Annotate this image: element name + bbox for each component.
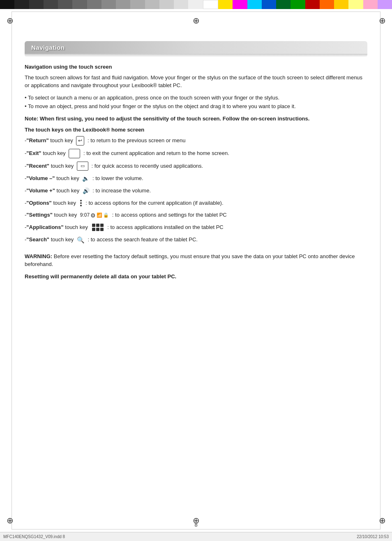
footer-bar: MFC140ENQSG1432_V09.indd 8 22/10/2012 10…	[0, 532, 392, 541]
border-left	[12, 12, 12, 529]
list-item: - "Options" touch key : to access option…	[25, 199, 367, 208]
list-item: - "Applications" touch key : to access a…	[25, 223, 367, 232]
note-text: Note: When first using, you need to adju…	[25, 115, 367, 123]
reg-mark-bl: ⊕	[5, 516, 15, 525]
list-item: - "Search" touch key 🔍 : to access the s…	[25, 235, 367, 245]
list-item: - "Exit" touch key : to exit the current…	[25, 149, 367, 158]
main-content: Navigation Navigation using the touch sc…	[25, 41, 367, 284]
touch-screen-bullet1: • To select or launch a menu or an appli…	[25, 94, 367, 102]
volume-up-icon: 🔊	[83, 186, 90, 195]
color-bar	[0, 0, 392, 9]
reg-mark-br: ⊕	[377, 516, 387, 525]
warning-section: WARNING: Before ever resetting the facto…	[25, 252, 367, 281]
reg-mark-tr: ⊕	[377, 16, 387, 25]
touch-screen-para1: The touch screen allows for fast and flu…	[25, 74, 367, 90]
reset-text: Resetting will permanently delete all da…	[25, 273, 367, 281]
exit-icon	[69, 149, 80, 158]
return-icon: ↩	[76, 136, 84, 146]
list-item: - "Volume –" touch key 🔈 : to lower the …	[25, 174, 367, 183]
key-list: - "Return" touch key ↩ : to return to th…	[25, 136, 367, 245]
warning-para: WARNING: Before ever resetting the facto…	[25, 252, 367, 268]
nav-banner-title: Navigation	[31, 44, 65, 51]
recent-icon: ▭	[77, 162, 88, 171]
settings-icon: 9:07 ⚙ 📶 🔒	[80, 211, 109, 220]
nav-banner: Navigation	[25, 41, 367, 54]
touch-keys-header: The touch keys on the Lexibook® home scr…	[25, 127, 367, 133]
footer-right: 22/10/2012 10:53	[357, 534, 389, 539]
list-item: - "Volume +" touch key 🔊 : to increase t…	[25, 186, 367, 195]
reg-mark-tc: ⊕	[191, 16, 201, 25]
list-item: - "Return" touch key ↩ : to return to th…	[25, 136, 367, 146]
options-icon	[80, 200, 82, 206]
page-number: 8	[194, 522, 197, 528]
section-body: Navigation using the touch screen The to…	[25, 63, 367, 280]
reg-mark-tl: ⊕	[5, 16, 15, 25]
volume-down-icon: 🔈	[82, 174, 89, 183]
apps-icon	[92, 224, 104, 231]
search-icon: 🔍	[77, 235, 85, 245]
touch-screen-header: Navigation using the touch screen	[25, 63, 367, 71]
list-item: - "Settings" touch key 9:07 ⚙ 📶 🔒 : to a…	[25, 211, 367, 220]
border-top	[12, 12, 380, 12]
touch-screen-bullet2: • To move an object, press and hold your…	[25, 102, 367, 111]
footer-left: MFC140ENQSG1432_V09.indd 8	[3, 534, 65, 539]
border-right	[380, 12, 380, 529]
border-bottom	[12, 529, 380, 529]
list-item: - "Recent" touch key ▭ : for quick acces…	[25, 162, 367, 171]
